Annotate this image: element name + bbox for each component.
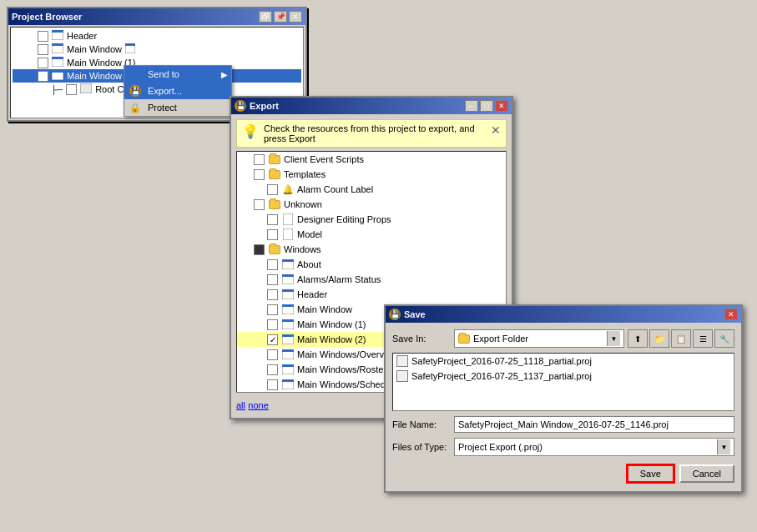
close-button[interactable]: ✕ [289, 11, 302, 23]
save-dialog-title: Save [404, 309, 426, 319]
svg-rect-1 [52, 30, 63, 33]
file-name-1: SafetyProject_2016-07-25_1118_partial.pr… [411, 356, 592, 366]
pin-button[interactable]: 📌 [274, 11, 287, 23]
folder-icon-unknown [268, 198, 281, 210]
context-menu: Send to ▶ 💾 Export... 🔒 Protect [124, 65, 232, 117]
svg-rect-5 [125, 43, 135, 46]
svg-rect-26 [282, 349, 294, 352]
templates-checkbox[interactable] [254, 169, 265, 180]
list-item-designereditingprops[interactable]: Designer Editing Props [237, 212, 506, 227]
mainwindowsschedule-checkbox[interactable] [267, 379, 278, 390]
export-mainwindow1-checkbox[interactable] [267, 319, 278, 330]
file-name-input[interactable] [454, 416, 734, 433]
list-item-alarmcountlabel[interactable]: 🔔 Alarm Count Label [237, 182, 506, 197]
mainwindow-badge [125, 43, 135, 55]
export-mainwindow-checkbox[interactable] [267, 304, 278, 315]
files-of-type-label: Files of Type: [392, 442, 451, 452]
clienteventscripts-checkbox[interactable] [254, 154, 265, 165]
export-dialog-titlebar: 💾 Export ─ □ ✕ [231, 98, 512, 114]
toolbar-preview-btn[interactable]: 🔧 [714, 329, 734, 348]
alarmsalarmstatus-label: Alarms/Alarm Status [297, 274, 381, 284]
list-item-templates[interactable]: Templates [237, 167, 506, 182]
mainwindow-checkbox[interactable] [38, 44, 48, 55]
windows-checkbox[interactable] [254, 244, 265, 255]
export-mainwindow2-checkbox[interactable] [267, 334, 278, 345]
folder-icon-savein [458, 334, 470, 344]
export-mainwindow-label: Main Window [297, 304, 352, 314]
project-browser-title: Project Browser [12, 12, 82, 22]
info-close-icon[interactable]: ✕ [491, 123, 501, 137]
tree-item-header[interactable]: Header [13, 29, 301, 43]
file-icon-2 [396, 370, 408, 382]
submenu-arrow: ▶ [221, 70, 228, 79]
sendto-label: Send to [148, 69, 179, 79]
templates-label: Templates [284, 169, 326, 179]
menu-item-export[interactable]: 💾 Export... [124, 83, 231, 99]
menu-item-protect[interactable]: 🔒 Protect [124, 99, 231, 116]
export-dialog-controls: ─ □ ✕ [465, 100, 508, 112]
toolbar-details-btn[interactable]: ☰ [693, 329, 713, 348]
protect-icon: 🔒 [129, 102, 144, 113]
restore-button[interactable]: 🗗 [259, 11, 272, 23]
list-item-model[interactable]: Model [237, 227, 506, 242]
svg-rect-30 [282, 379, 294, 382]
file-list-item-2[interactable]: SafetyProject_2016-07-25_1137_partial.pr… [393, 369, 734, 384]
list-item-alarmsalarmstatus[interactable]: Alarms/Alarm Status [237, 272, 506, 287]
window-icon3 [52, 57, 65, 68]
folder-icon-windows [268, 243, 281, 255]
save-button[interactable]: Save [627, 464, 674, 483]
menu-item-sendto[interactable]: Send to ▶ [124, 66, 231, 83]
mainwindow2-checkbox[interactable] [38, 71, 48, 82]
file-list-item-1[interactable]: SafetyProject_2016-07-25_1118_partial.pr… [393, 354, 734, 369]
none-link[interactable]: none [248, 400, 268, 410]
file-icon-1 [396, 355, 408, 367]
about-checkbox[interactable] [267, 259, 278, 270]
folder-icon-templates [268, 168, 281, 180]
svg-rect-24 [282, 334, 294, 337]
list-item-unknown[interactable]: Unknown [237, 197, 506, 212]
protect-label: Protect [148, 103, 177, 113]
mainwindowsoverview-checkbox[interactable] [267, 349, 278, 360]
toolbar-list-btn[interactable]: 📋 [671, 329, 691, 348]
all-link[interactable]: all [236, 400, 245, 410]
export-header-label: Header [297, 289, 327, 299]
files-of-type-value: Project Export (.proj) [458, 442, 543, 452]
list-item-about[interactable]: About [237, 257, 506, 272]
model-checkbox[interactable] [267, 229, 278, 240]
list-item-windows[interactable]: Windows [237, 242, 506, 257]
files-of-type-select[interactable]: Project Export (.proj) ▼ [454, 438, 734, 456]
svg-rect-14 [282, 259, 294, 262]
window-icon-aas [281, 274, 295, 285]
filesoftype-arrow[interactable]: ▼ [717, 439, 730, 454]
page-icon-model [281, 228, 295, 240]
save-close-btn[interactable]: ✕ [724, 309, 738, 320]
export-header-checkbox[interactable] [267, 289, 278, 300]
export-dialog-title: Export [250, 101, 279, 111]
window-icon4 [52, 70, 65, 82]
mainwindowsoverview-label: Main Windows/Overview [297, 349, 397, 359]
export-maximize-btn[interactable]: □ [480, 100, 493, 112]
toolbar-up-btn[interactable]: ⬆ [628, 329, 648, 348]
alarmsalarmstatus-checkbox[interactable] [267, 274, 278, 285]
cancel-button[interactable]: Cancel [679, 464, 734, 483]
window-icon-mws [281, 379, 295, 390]
designereditingprops-checkbox[interactable] [267, 214, 278, 225]
rootcont-checkbox[interactable] [66, 84, 77, 95]
unknown-checkbox[interactable] [254, 199, 265, 210]
export-minimize-btn[interactable]: ─ [465, 100, 478, 112]
unknown-label: Unknown [284, 199, 322, 209]
toolbar-new-btn[interactable]: 📁 [649, 329, 669, 348]
export-close-btn[interactable]: ✕ [495, 100, 508, 112]
file-name-2: SafetyProject_2016-07-25_1137_partial.pr… [411, 371, 592, 381]
mainwindowsroster-checkbox[interactable] [267, 364, 278, 375]
header-checkbox[interactable] [38, 31, 48, 42]
list-item-clienteventscripts[interactable]: Client Event Scripts [237, 152, 506, 167]
tree-item-mainwindow[interactable]: Main Window [13, 43, 301, 56]
svg-rect-18 [282, 289, 294, 292]
save-in-combo[interactable]: Export Folder ▼ [454, 329, 624, 348]
list-item-export-header[interactable]: Header [237, 287, 506, 302]
designereditingprops-label: Designer Editing Props [297, 214, 391, 224]
alarmcountlabel-checkbox[interactable] [267, 184, 278, 195]
mainwindow1-checkbox[interactable] [38, 58, 48, 68]
savein-combo-arrow[interactable]: ▼ [607, 331, 620, 346]
